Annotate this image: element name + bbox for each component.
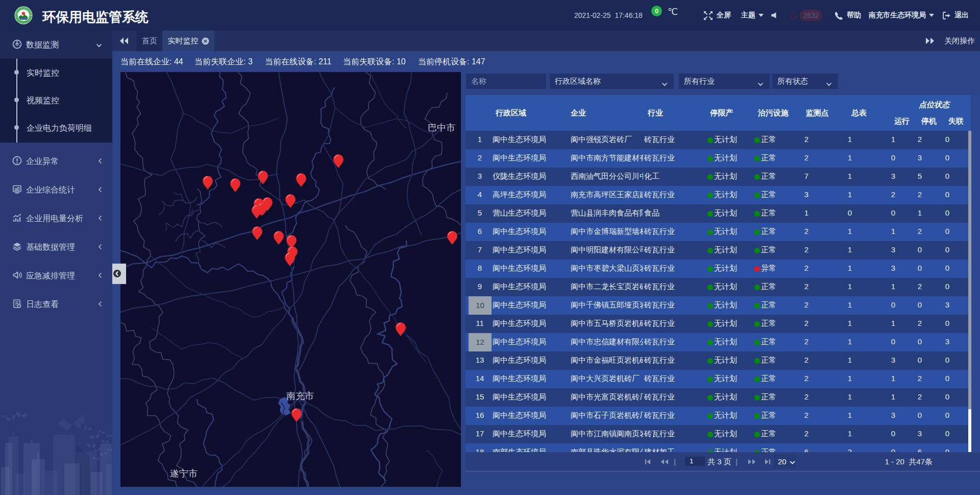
- svg-text:南充环保: 南充环保: [20, 20, 27, 22]
- svg-text:南充市: 南充市: [286, 391, 314, 401]
- svg-text:巴中市: 巴中市: [428, 123, 455, 133]
- svg-text:遂宁市: 遂宁市: [170, 468, 198, 479]
